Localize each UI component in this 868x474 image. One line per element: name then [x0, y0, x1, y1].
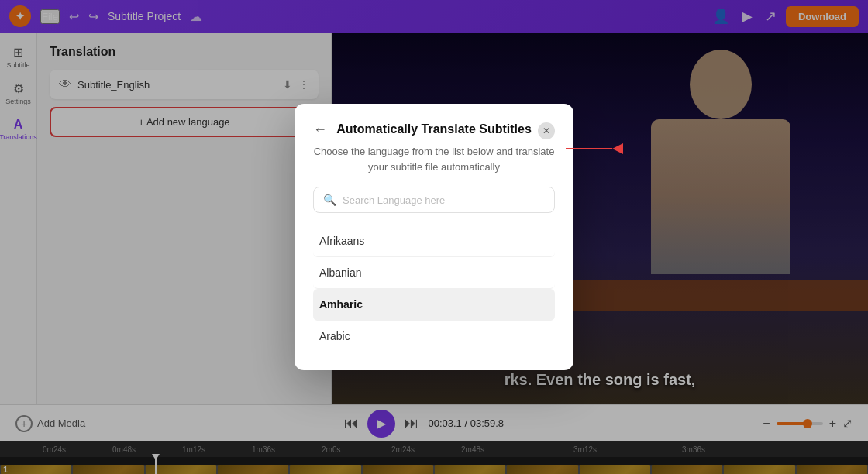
language-item-albanian[interactable]: Albanian	[313, 257, 555, 289]
dialog-description: Choose the language from the list below …	[313, 144, 555, 174]
language-item-afrikaans[interactable]: Afrikaans	[313, 225, 555, 257]
translate-dialog: ← Automatically Translate Subtitles ✕ Ch…	[294, 104, 574, 370]
language-search-input[interactable]	[343, 194, 545, 206]
language-list: Afrikaans Albanian Amharic Arabic	[313, 225, 555, 352]
dialog-search: 🔍	[313, 187, 555, 213]
dialog-overlay: ← Automatically Translate Subtitles ✕ Ch…	[0, 0, 868, 474]
language-item-amharic[interactable]: Amharic	[313, 289, 555, 321]
dialog-header: ← Automatically Translate Subtitles ✕	[313, 122, 555, 136]
red-arrow-annotation	[566, 143, 623, 154]
search-icon: 🔍	[323, 194, 336, 206]
language-item-arabic[interactable]: Arabic	[313, 321, 555, 352]
dialog-close-button[interactable]: ✕	[538, 122, 555, 139]
dialog-title: Automatically Translate Subtitles	[336, 122, 532, 136]
dialog-back-button[interactable]: ←	[313, 122, 327, 138]
